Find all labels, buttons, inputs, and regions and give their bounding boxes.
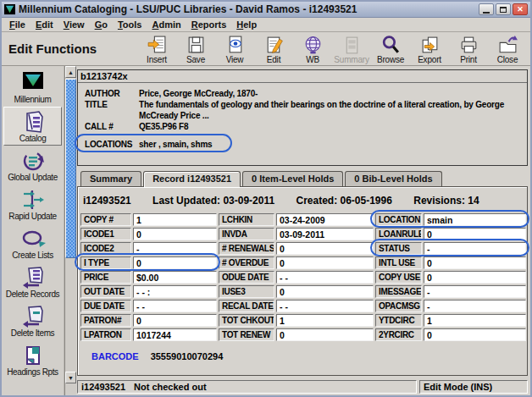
status-message: Not checked out — [134, 382, 207, 392]
tab-bib-level-holds[interactable]: 0 Bib-Level Holds — [345, 171, 441, 186]
field-value[interactable]: 0 — [133, 228, 217, 240]
field-value[interactable]: smain — [424, 213, 526, 226]
menu-go[interactable]: Go — [90, 19, 113, 30]
field-label: I TYPE — [80, 256, 131, 269]
menu-file[interactable]: File — [4, 19, 30, 30]
menu-tools[interactable]: Tools — [113, 19, 147, 30]
field-value[interactable]: 0 — [424, 256, 526, 269]
field-label: PATRON# — [80, 314, 131, 327]
field-value[interactable]: $0.00 — [133, 271, 217, 284]
field-label: 2YRCIRC — [375, 328, 422, 341]
catalog-icon — [20, 110, 46, 134]
sidebar-item-global-update[interactable]: Global Update — [3, 146, 62, 185]
browse-magnifier-icon — [380, 35, 402, 56]
mode-title: Edit Functions — [8, 41, 97, 56]
field-value[interactable]: - - — [276, 300, 374, 312]
browse-button[interactable]: Browse — [371, 33, 410, 64]
scroll-thumb[interactable] — [65, 79, 76, 258]
close-folder-icon — [497, 35, 518, 56]
field-value[interactable]: 03-24-2009 — [276, 213, 374, 226]
last-updated: Last Updated: 03-09-2011 — [152, 195, 274, 207]
field-value[interactable]: 0 — [276, 328, 374, 341]
field-value[interactable]: 0 — [276, 285, 374, 298]
item-record-id: i12493521 — [83, 195, 131, 207]
barcode-value[interactable]: 35559010070294 — [151, 351, 224, 361]
field-value[interactable]: - - — [133, 300, 217, 312]
export-button[interactable]: Export — [410, 33, 449, 64]
field-value[interactable]: 0 — [133, 256, 217, 269]
scroll-up-button[interactable]: ▲ — [65, 66, 76, 78]
field-label: ICODE1 — [80, 228, 131, 240]
field-value[interactable]: 1 — [133, 213, 217, 226]
wb-button[interactable]: WB — [293, 33, 332, 64]
field-value[interactable]: 0 — [133, 314, 217, 327]
field-value[interactable]: 1 — [276, 314, 374, 327]
edit-mode-indicator: Edit Mode (INS) — [419, 380, 528, 394]
close-button[interactable]: ✕ — [513, 3, 528, 15]
rapid-update-icon — [20, 188, 46, 212]
minimize-button[interactable] — [479, 3, 494, 15]
field-label: ODUE DATE — [219, 271, 274, 284]
sidebar-item-headings-rpts[interactable]: Headings Rpts — [3, 340, 62, 379]
locations-value: sher , smain, shms — [139, 139, 524, 150]
menu-edit[interactable]: Edit — [30, 19, 58, 30]
field-value[interactable]: 0 — [276, 242, 374, 255]
sidebar-item-catalog[interactable]: Catalog — [3, 107, 62, 146]
tab-item-level-holds[interactable]: 0 Item-Level Holds — [242, 171, 343, 186]
record-info-line: i12493521 Last Updated: 03-09-2011 Creat… — [83, 195, 498, 207]
menu-admin[interactable]: Admin — [147, 19, 186, 30]
field-value[interactable]: - — [133, 242, 217, 255]
field-value[interactable]: 0 — [424, 228, 526, 240]
sidebar-item-create-lists[interactable]: Create Lists — [3, 223, 62, 262]
wb-globe-icon — [302, 35, 324, 56]
menu-help[interactable]: Help — [231, 19, 262, 30]
title-bar[interactable]: Millennium Cataloging - LSU/PUC Librarie… — [2, 2, 530, 18]
item-fields-table: COPY # 1 LCHKIN 03-24-2009 LOCATION smai… — [80, 213, 526, 341]
scroll-down-button[interactable]: ▼ — [65, 372, 76, 383]
sidebar-item-delete-items[interactable]: Delete Items — [3, 301, 62, 340]
menu-view[interactable]: View — [58, 19, 90, 30]
export-icon — [419, 35, 441, 56]
field-value[interactable]: 0 — [424, 271, 526, 284]
field-value[interactable]: 0 — [276, 256, 374, 269]
create-lists-icon — [20, 227, 46, 251]
bib-locations-row: LOCATIONS sher , smain, shms — [85, 139, 527, 150]
field-value[interactable]: 03-09-2011 — [276, 228, 374, 240]
maximize-button[interactable] — [496, 3, 511, 15]
field-value[interactable]: 1017244 — [133, 328, 217, 341]
edit-button[interactable]: Edit — [254, 33, 293, 64]
tab-summary[interactable]: Summary — [80, 171, 141, 186]
field-value[interactable]: - — [424, 300, 526, 312]
field-label: # RENEWALS — [219, 242, 274, 255]
save-button[interactable]: Save — [176, 33, 215, 64]
menu-reports[interactable]: Reports — [186, 19, 232, 30]
insert-button[interactable]: Insert — [137, 33, 176, 64]
edit-icon — [263, 35, 285, 56]
field-value[interactable]: 0 — [424, 328, 526, 341]
field-label: TOT CHKOUT — [219, 314, 274, 327]
bib-record-number: b1213742x — [78, 70, 527, 83]
field-label: LPATRON — [80, 328, 131, 341]
field-value[interactable]: 1 — [424, 314, 526, 327]
sidebar-item-rapid-update[interactable]: Rapid Update — [3, 185, 62, 223]
field-label: LOANRULE — [375, 228, 422, 240]
record-tab-panel: Summary Record i12493521 0 Item-Level Ho… — [77, 171, 528, 376]
field-value[interactable]: - — [424, 242, 526, 255]
field-value[interactable]: - — [424, 285, 526, 298]
sidebar-scrollbar[interactable]: ▲ ▼ — [64, 66, 76, 395]
sidebar-item-millennium[interactable]: Millennium — [3, 68, 62, 107]
barcode-row: BARCODE35559010070294 — [91, 351, 223, 361]
insert-icon — [147, 35, 168, 56]
tab-strip: Summary Record i12493521 0 Item-Level Ho… — [77, 171, 528, 186]
delete-items-icon — [20, 305, 46, 328]
field-value[interactable]: - - : — [133, 285, 217, 298]
print-button[interactable]: Print — [449, 33, 488, 64]
tab-record[interactable]: Record i12493521 — [143, 171, 241, 187]
main-content: b1213742x AUTHOR Price, George McCready,… — [76, 66, 530, 395]
view-button[interactable]: View — [215, 33, 254, 64]
field-label: LCHKIN — [219, 213, 274, 226]
field-value[interactable]: - - — [276, 271, 374, 284]
toolbar: Edit Functions Insert Save — [2, 32, 530, 66]
sidebar-item-delete-records[interactable]: Delete Records — [3, 262, 62, 301]
close-record-button[interactable]: Close — [488, 33, 527, 64]
